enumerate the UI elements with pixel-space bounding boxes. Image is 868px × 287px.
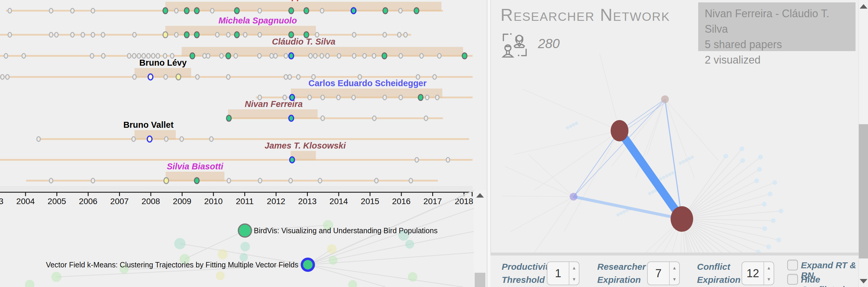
- timeline-dot[interactable]: [227, 178, 231, 183]
- timeline-dot[interactable]: [101, 54, 105, 58]
- paper-node[interactable]: [216, 271, 225, 280]
- timeline-dot[interactable]: [170, 54, 174, 58]
- timeline-dot[interactable]: [309, 54, 312, 58]
- paper-node[interactable]: [327, 244, 337, 254]
- timeline-dot[interactable]: [446, 157, 450, 162]
- timeline-dot[interactable]: [425, 95, 429, 100]
- timeline-dot[interactable]: [313, 54, 317, 58]
- timeline-dot[interactable]: [148, 74, 153, 80]
- timeline-dot[interactable]: [133, 32, 136, 37]
- network-node-small[interactable]: [766, 245, 771, 249]
- timeline-dot[interactable]: [101, 32, 105, 37]
- network-node-small[interactable]: [758, 155, 763, 160]
- timeline-dot[interactable]: [184, 32, 189, 38]
- researcher-name[interactable]: Carlos Eduardo Scheidegger: [308, 79, 427, 88]
- timeline-dot[interactable]: [6, 75, 9, 79]
- timeline-dot[interactable]: [383, 95, 386, 100]
- researcher-name[interactable]: Cláudio T. Silva: [272, 37, 336, 46]
- timeline-dot[interactable]: [142, 54, 146, 58]
- timeline-dot[interactable]: [49, 32, 53, 37]
- paper-node[interactable]: [348, 280, 357, 287]
- network-node-small[interactable]: [723, 154, 728, 159]
- paper-node-highlighted[interactable]: [238, 224, 251, 237]
- timeline-dot[interactable]: [372, 54, 376, 58]
- researcher-name[interactable]: Bruno Vallet: [123, 120, 174, 130]
- timeline-dot[interactable]: [243, 32, 247, 37]
- left-purple-node[interactable]: [570, 193, 578, 201]
- timeline-dot[interactable]: [71, 32, 74, 37]
- timeline-dot[interactable]: [163, 54, 167, 58]
- spinner-value[interactable]: 7: [648, 262, 669, 285]
- timeline-dot[interactable]: [180, 137, 183, 141]
- timeline-dot[interactable]: [49, 178, 53, 183]
- timeline-dot[interactable]: [216, 32, 219, 37]
- timeline-dot[interactable]: [351, 8, 356, 14]
- network-node-small[interactable]: [754, 178, 759, 183]
- spinner-value[interactable]: 1: [548, 262, 569, 285]
- top-faint-node[interactable]: [661, 95, 669, 103]
- timeline-dot[interactable]: [164, 137, 168, 141]
- timeline-dot[interactable]: [163, 8, 168, 14]
- timeline-dot[interactable]: [203, 54, 206, 58]
- timeline-dot[interactable]: [414, 8, 419, 14]
- paper-node[interactable]: [241, 242, 250, 251]
- claudio-silva-node[interactable]: [671, 206, 693, 232]
- hide-conflicted-checkbox[interactable]: [787, 274, 798, 285]
- timeline-dot[interactable]: [164, 75, 167, 79]
- paper-node[interactable]: [174, 238, 186, 249]
- scroll-up-icon[interactable]: [476, 193, 484, 198]
- timeline-dot[interactable]: [190, 53, 195, 59]
- timeline-dot[interactable]: [258, 8, 261, 13]
- timeline-dot[interactable]: [337, 95, 340, 100]
- timeline-dot[interactable]: [435, 95, 439, 100]
- scrollbar-thumb[interactable]: [475, 273, 485, 287]
- timeline-dot[interactable]: [226, 53, 231, 59]
- nivan-ferreira-node[interactable]: [611, 120, 628, 141]
- timeline-dot[interactable]: [315, 32, 319, 37]
- timeline-dot[interactable]: [404, 32, 407, 37]
- timeline-dot[interactable]: [326, 54, 329, 58]
- spinner-down-icon[interactable]: ▼: [569, 273, 579, 285]
- paper-node[interactable]: [25, 280, 34, 287]
- timeline-dot[interactable]: [320, 54, 323, 58]
- timeline-dot[interactable]: [399, 8, 402, 13]
- timeline-dot[interactable]: [258, 54, 261, 58]
- spinner-up-icon[interactable]: ▲: [670, 262, 679, 273]
- timeline-dot[interactable]: [163, 32, 168, 38]
- timeline-dot[interactable]: [1, 75, 4, 79]
- expand-rt-rn-checkbox[interactable]: [787, 260, 798, 270]
- timeline-dot[interactable]: [137, 54, 141, 58]
- timeline-dot[interactable]: [375, 178, 378, 183]
- timeline-dot[interactable]: [420, 54, 423, 58]
- timeline-dot[interactable]: [90, 54, 94, 58]
- timeline-dot[interactable]: [226, 115, 231, 121]
- timeline-dot[interactable]: [399, 54, 403, 58]
- timeline-dot[interactable]: [284, 54, 288, 58]
- researcher-name[interactable]: Bruno Lévy: [139, 58, 187, 67]
- timeline-dot[interactable]: [258, 32, 261, 37]
- timeline-dot[interactable]: [194, 178, 199, 183]
- timeline-dot[interactable]: [352, 95, 355, 100]
- network-node-small[interactable]: [757, 167, 762, 172]
- spinner-up-icon[interactable]: ▲: [569, 262, 579, 273]
- timeline-dot[interactable]: [337, 54, 341, 58]
- timeline-dot[interactable]: [274, 54, 277, 58]
- papers-scrollbar[interactable]: [474, 190, 486, 287]
- timeline-dot[interactable]: [289, 53, 293, 59]
- timeline-dot[interactable]: [318, 178, 322, 183]
- timeline-dot[interactable]: [352, 32, 356, 37]
- timeline-dot[interactable]: [398, 32, 401, 37]
- timeline-dot[interactable]: [37, 137, 40, 141]
- timeline-dot[interactable]: [383, 32, 386, 37]
- network-node-small[interactable]: [762, 202, 767, 206]
- network-node-small[interactable]: [740, 146, 744, 151]
- timeline-dot[interactable]: [132, 137, 135, 141]
- timeline-dot[interactable]: [438, 54, 441, 58]
- hide-conflicted-label[interactable]: Hide Conflicted: [801, 275, 859, 287]
- spinner-down-icon[interactable]: ▼: [670, 273, 679, 285]
- timeline-dot[interactable]: [321, 95, 324, 100]
- productivity-threshold-spinner[interactable]: 1 ▲ ▼: [547, 261, 580, 285]
- timeline-dot[interactable]: [206, 54, 210, 58]
- window-scrollbar[interactable]: [859, 0, 868, 287]
- scroll-down-icon[interactable]: [860, 279, 867, 283]
